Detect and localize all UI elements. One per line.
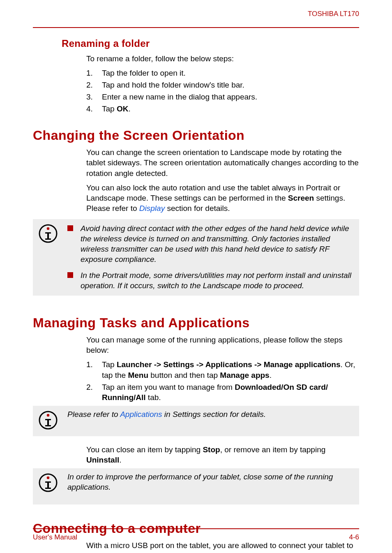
text-part: tab. [146, 393, 161, 402]
square-bullet-icon [67, 272, 73, 278]
note-box-orientation: Avoid having direct contact with the oth… [33, 219, 359, 296]
list-number: 2. [86, 80, 102, 90]
header-rule [33, 27, 359, 28]
info-icon [39, 409, 60, 431]
page: TOSHIBA LT170 Renaming a folder To renam… [0, 0, 392, 553]
connecting-body: With a micro USB port on the tablet, you… [86, 540, 359, 553]
list-text: Tap an item you want to manage from Down… [102, 382, 359, 403]
managing-p2: You can close an item by tapping Stop, o… [86, 444, 359, 465]
header-brand: TOSHIBA LT170 [33, 10, 359, 20]
list-number: 1. [86, 68, 102, 78]
list-text: Tap Launcher -> Settings -> Applications… [102, 359, 359, 380]
info-icon [39, 472, 60, 500]
text-part: You can close an item by tapping [86, 445, 203, 454]
list-number: 2. [86, 382, 102, 403]
bold-text: Manage apps [220, 371, 269, 379]
note-box-performance: In order to improve the performance of y… [33, 468, 359, 504]
bullet-item: Avoid having direct contact with the oth… [67, 223, 353, 264]
text-part: Tap [102, 104, 117, 113]
note-content: Avoid having direct contact with the oth… [67, 222, 353, 291]
list-item: 1. Tap Launcher -> Settings -> Applicati… [86, 359, 359, 380]
bold-text: Menu [128, 371, 148, 379]
heading-screen-orientation: Changing the Screen Orientation [33, 128, 359, 143]
screen-orientation-body: You can change the screen orientation to… [86, 147, 359, 213]
list-number: 1. [86, 359, 102, 380]
renaming-steps: 1. Tap the folder to open it. 2. Tap and… [86, 68, 359, 114]
list-item: 2. Tap an item you want to manage from D… [86, 382, 359, 403]
list-item: 4. Tap OK. [86, 104, 359, 114]
bullet-text: Avoid having direct contact with the oth… [81, 223, 353, 264]
text-part: section for details. [165, 204, 230, 213]
heading-managing-tasks: Managing Tasks and Applications [33, 315, 359, 331]
list-item: 3. Enter a new name in the dialog that a… [86, 92, 359, 102]
text-part: in Settings section for details. [162, 410, 266, 419]
bullet-text: In the Portrait mode, some drivers/utili… [81, 270, 353, 291]
svg-point-1 [47, 227, 49, 230]
text-part: . [128, 104, 130, 113]
text-part: . [119, 456, 121, 464]
connecting-p1: With a micro USB port on the tablet, you… [86, 540, 359, 553]
managing-tasks-body: You can manage some of the running appli… [86, 335, 359, 402]
orientation-p1: You can change the screen orientation to… [86, 147, 359, 178]
list-text: Tap the folder to open it. [102, 68, 359, 78]
managing-p1: You can manage some of the running appli… [86, 335, 359, 355]
text-part: , or remove an item by tapping [220, 445, 326, 454]
bold-text: Screen [288, 194, 314, 202]
footer-right: 4-6 [349, 533, 359, 541]
note-box-applications: Please refer to Applications in Settings… [33, 406, 359, 436]
text-part: button and then tap [148, 371, 220, 379]
text-part: Tap [102, 360, 117, 369]
link-display[interactable]: Display [139, 204, 165, 213]
svg-point-5 [47, 477, 49, 479]
bold-text: Stop [203, 445, 220, 454]
note-content: In order to improve the performance of y… [67, 472, 353, 500]
text-part: . [270, 371, 272, 379]
renaming-intro: To rename a folder, follow the below ste… [86, 53, 359, 64]
list-number: 4. [86, 104, 102, 114]
text-part: Please refer to [67, 410, 120, 419]
bold-text: OK [117, 104, 129, 113]
managing-p2-block: You can close an item by tapping Stop, o… [86, 444, 359, 465]
bold-text: Launcher -> Settings -> Applications -> … [117, 360, 341, 369]
square-bullet-icon [67, 225, 73, 231]
footer-left: User's Manual [33, 533, 77, 541]
list-text: Tap and hold the folder window's title b… [102, 80, 359, 90]
managing-steps: 1. Tap Launcher -> Settings -> Applicati… [86, 359, 359, 402]
bullet-item: In the Portrait mode, some drivers/utili… [67, 270, 353, 291]
info-icon [39, 222, 60, 291]
list-text: Tap OK. [102, 104, 359, 114]
note-content: Please refer to Applications in Settings… [67, 409, 353, 431]
list-number: 3. [86, 92, 102, 102]
link-applications[interactable]: Applications [120, 410, 162, 419]
page-footer: User's Manual 4-6 [33, 528, 359, 541]
list-item: 2. Tap and hold the folder window's titl… [86, 80, 359, 90]
page-header: TOSHIBA LT170 [33, 10, 359, 28]
text-part: Tap an item you want to manage from [102, 383, 235, 391]
list-item: 1. Tap the folder to open it. [86, 68, 359, 78]
orientation-p2: You can also lock the auto rotation and … [86, 183, 359, 213]
heading-renaming-folder: Renaming a folder [62, 38, 359, 49]
svg-point-3 [47, 414, 49, 416]
renaming-folder-body: To rename a folder, follow the below ste… [86, 53, 359, 114]
bold-text: Uninstall [86, 456, 119, 464]
list-text: Enter a new name in the dialog that appe… [102, 92, 359, 102]
